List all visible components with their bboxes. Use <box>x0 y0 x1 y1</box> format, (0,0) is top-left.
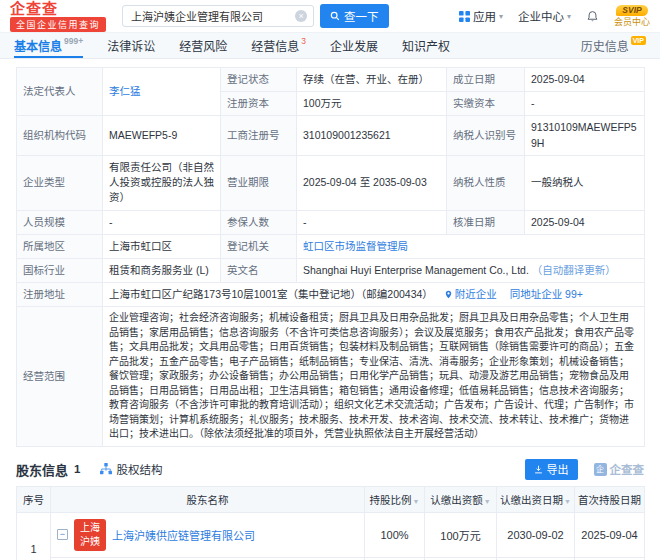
business-scope-label: 经营范围 <box>17 307 103 447</box>
sort-caret-icon: ▼ <box>484 498 491 505</box>
approve-date-label: 核准日期 <box>447 210 525 234</box>
industry-label: 国标行业 <box>17 258 103 282</box>
svip-member-label: 会员中心 <box>614 18 650 27</box>
staff-size-value: - <box>103 210 221 234</box>
shareholder-name-cell: − 上海沪姨 上海沪姨供应链管理有限公司 <box>51 512 365 557</box>
table-row: 经营范围 企业管理咨询；社会经济咨询服务；机械设备租赁；厨具卫具及日用杂品批发；… <box>17 307 645 447</box>
company-search-box[interactable]: × <box>122 5 314 27</box>
auto-translate-note[interactable]: （自动翻译更新） <box>532 264 616 276</box>
shareholder-logo: 上海沪姨 <box>74 519 106 551</box>
reg-capital-label: 注册资本 <box>221 92 297 116</box>
reg-capital-value: 100万元 <box>297 92 447 116</box>
authority-cell: 虹口区市场监督管理局 <box>297 234 645 258</box>
tab-history[interactable]: 历史信息 VIP <box>581 33 646 58</box>
tab-basic-info-count: 999+ <box>64 36 83 46</box>
shareholders-section-header: 股东信息 1 股权结构 导出 企 企查查 <box>16 459 644 480</box>
svip-badge: SVIP <box>616 5 647 17</box>
nav-enterprise-center-label: 企业中心 <box>518 8 564 24</box>
shareholder-name-link[interactable]: 上海沪姨供应链管理有限公司 <box>112 527 255 543</box>
tab-risk-label: 经营风险 <box>179 37 227 54</box>
table-row: 组织机构代码 MAEWEFP5-9 工商注册号 310109001235621 … <box>17 116 645 155</box>
table-row: 人员规模 - 参保人数 - 核准日期 2025-09-04 <box>17 210 645 234</box>
search-area: × 查一下 <box>122 4 389 28</box>
qcc-company-page: 企查查 全国企业信用查询 × 查一下 应用 ▾ 企业中心 ▾ <box>0 0 660 560</box>
equity-structure-icon <box>100 463 112 475</box>
export-button[interactable]: 导出 <box>525 459 578 480</box>
nearby-companies-link[interactable]: 附近企业 <box>444 288 497 300</box>
col-name: 股东名称 <box>51 486 365 512</box>
col-first-date: 首次持股日期 <box>575 486 645 512</box>
tab-legal[interactable]: 法律诉讼 <box>107 33 155 58</box>
nearby-companies-label: 附近企业 <box>455 288 497 300</box>
shareholders-title: 股东信息 <box>16 460 68 479</box>
tab-ip[interactable]: 知识产权 <box>402 33 450 58</box>
sort-caret-icon: ▼ <box>413 498 420 505</box>
english-name-label: 英文名 <box>221 258 297 282</box>
english-name-cell: Shanghai Huyi Enterprise Management Co.,… <box>297 258 645 282</box>
export-button-label: 导出 <box>547 461 569 477</box>
table-row: 企业类型 有限责任公司（非自然人投资或控股的法人独资） 营业期限 2025-09… <box>17 155 645 210</box>
chevron-down-icon: ▾ <box>567 12 571 21</box>
qcc-logo-tagline: 全国企业信用查询 <box>10 17 106 32</box>
col-date[interactable]: 认缴出资日期▼ <box>497 486 575 512</box>
tab-basic-info[interactable]: 基本信息 999+ <box>14 33 83 58</box>
nav-apps[interactable]: 应用 ▾ <box>459 8 503 24</box>
tab-operation[interactable]: 经营信息 3 <box>251 33 306 58</box>
svip-member-center[interactable]: SVIP 会员中心 <box>614 5 650 28</box>
basic-info-table: 法定代表人 李仁猛 登记状态 存续（在营、开业、在册） 成立日期 2025-09… <box>16 67 645 447</box>
location-pin-icon <box>444 290 453 299</box>
clear-search-icon[interactable]: × <box>295 10 307 22</box>
download-icon <box>534 465 543 474</box>
address-label: 注册地址 <box>17 283 103 307</box>
shareholder-amount-cell: 100万元 <box>425 512 497 557</box>
qcc-watermark-text: 企查查 <box>610 461 645 477</box>
tab-risk[interactable]: 经营风险 <box>179 33 227 58</box>
nav-enterprise-center[interactable]: 企业中心 ▾ <box>518 8 571 24</box>
collapse-node-icon[interactable]: − <box>57 529 68 540</box>
tab-operation-label: 经营信息 <box>251 37 299 54</box>
region-value: 上海市虹口区 <box>103 234 221 258</box>
notification-bell-icon[interactable] <box>586 10 599 23</box>
tab-operation-count: 3 <box>301 36 306 46</box>
same-address-companies-link[interactable]: 同地址企业 99+ <box>510 288 583 300</box>
tab-basic-info-label: 基本信息 <box>14 37 62 54</box>
qcc-logo[interactable]: 企查查 全国企业信用查询 <box>10 1 106 32</box>
staff-size-label: 人员规模 <box>17 210 103 234</box>
legal-rep-cell: 李仁猛 <box>103 68 221 116</box>
tab-development[interactable]: 企业发展 <box>330 33 378 58</box>
shareholders-count: 1 <box>74 463 80 475</box>
top-header: 企查查 全国企业信用查询 × 查一下 应用 ▾ 企业中心 ▾ <box>0 0 660 32</box>
taxpayer-type-value: 一般纳税人 <box>525 155 645 210</box>
col-amount[interactable]: 认缴出资额▼ <box>425 486 497 512</box>
reg-no-label: 工商注册号 <box>221 116 297 155</box>
search-input[interactable] <box>129 9 291 23</box>
table-header-row: 序号 股东名称 持股比例▼ 认缴出资额▼ 认缴出资日期▼ 首次持股日期 <box>17 486 645 512</box>
equity-structure-button[interactable]: 股权结构 <box>100 461 162 477</box>
authority-link[interactable]: 虹口区市场监督管理局 <box>303 240 408 252</box>
paid-capital-value: - <box>525 92 645 116</box>
legal-rep-label: 法定代表人 <box>17 68 103 116</box>
paid-capital-label: 实缴资本 <box>447 92 525 116</box>
company-type-label: 企业类型 <box>17 155 103 210</box>
shareholder-date-cell: 2030-09-02 <box>497 512 575 557</box>
search-button[interactable]: 查一下 <box>320 4 389 28</box>
address-cell: 上海市虹口区广纪路173号10层1001室（集中登记地）（邮编200434） 附… <box>103 283 645 307</box>
shareholder-first-date-cell: 2025-09-04 <box>575 512 645 557</box>
establish-date-value: 2025-09-04 <box>525 68 645 92</box>
table-row: 法定代表人 李仁猛 登记状态 存续（在营、开业、在册） 成立日期 2025-09… <box>17 68 645 92</box>
org-code-label: 组织机构代码 <box>17 116 103 155</box>
chevron-down-icon: ▾ <box>499 12 503 21</box>
apps-grid-icon <box>459 11 470 22</box>
shareholder-no-cell: 1 <box>17 512 51 560</box>
search-button-label: 查一下 <box>344 8 379 24</box>
col-ratio-label: 持股比例 <box>370 494 412 506</box>
business-term-label: 营业期限 <box>221 155 297 210</box>
legal-rep-link[interactable]: 李仁猛 <box>109 85 141 97</box>
shareholder-row: 1 − 上海沪姨 上海沪姨供应链管理有限公司 100% 100万元 2030-0… <box>17 512 645 557</box>
insured-num-value: - <box>297 210 447 234</box>
org-code-value: MAEWEFP5-9 <box>103 116 221 155</box>
col-ratio[interactable]: 持股比例▼ <box>365 486 425 512</box>
tab-development-label: 企业发展 <box>330 37 378 54</box>
approve-date-value: 2025-09-04 <box>525 210 645 234</box>
qcc-logo-text: 企查查 <box>10 1 58 16</box>
